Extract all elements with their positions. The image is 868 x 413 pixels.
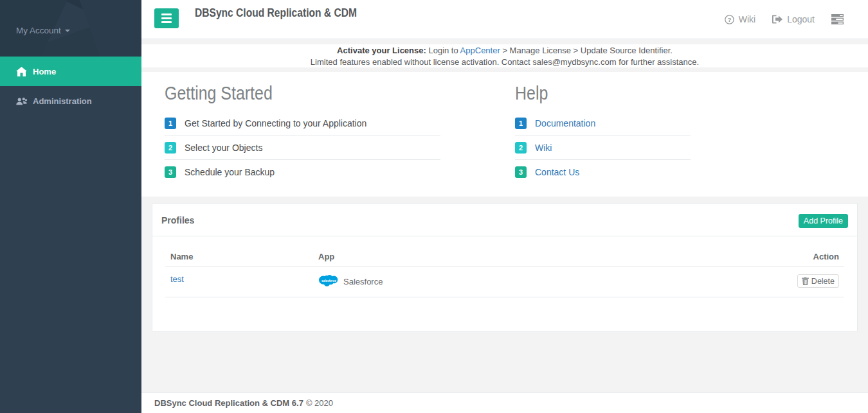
- page-title: DBSync Cloud Replication & CDM: [195, 4, 357, 21]
- salesforce-logo-icon: salesforce: [318, 274, 339, 289]
- profiles-table: Name App Action test salesforce Sales: [165, 245, 844, 297]
- list-item: 3 Contact Us: [515, 160, 691, 184]
- intro-section: Getting Started 1 Get Started by Connect…: [141, 72, 868, 197]
- step-badge: 2: [165, 142, 176, 154]
- help-list: 1 Documentation 2 Wiki 3 Contact Us: [515, 111, 691, 184]
- wiki-link[interactable]: ? Wiki: [725, 14, 755, 24]
- trash-icon: [802, 277, 809, 285]
- step-badge: 1: [515, 118, 527, 129]
- footer-copyright: © 2020: [306, 398, 333, 408]
- app-name: Salesforce: [343, 277, 383, 286]
- home-icon: [16, 67, 27, 76]
- wiki-help-link[interactable]: Wiki: [535, 143, 552, 153]
- profiles-body: Name App Action test salesforce Sales: [152, 236, 857, 297]
- delete-label: Delete: [811, 277, 835, 286]
- list-item: 2 Wiki: [515, 136, 691, 160]
- license-line2: Limited features enabled without license…: [141, 57, 868, 68]
- list-item: 1 Documentation: [515, 111, 691, 136]
- svg-text:salesforce: salesforce: [321, 279, 336, 283]
- sidebar: My Account Home Administration: [0, 0, 141, 413]
- help-title: Help: [515, 84, 791, 102]
- tasks-icon: [831, 14, 844, 24]
- my-account-dropdown[interactable]: My Account: [16, 26, 70, 35]
- list-item: 3 Schedule your Backup: [165, 160, 440, 184]
- step-badge: 2: [515, 142, 527, 154]
- my-account-label: My Account: [16, 26, 61, 35]
- topbar-right: ? Wiki Logout: [725, 0, 844, 39]
- list-item: 1 Get Started by Connecting to your Appl…: [165, 111, 440, 136]
- users-icon: [16, 96, 27, 106]
- table-row: test salesforce Salesforce: [165, 267, 844, 297]
- hamburger-icon: [161, 13, 172, 15]
- svg-text:?: ?: [727, 15, 731, 22]
- profiles-panel: Profiles Add Profile Name App Action tes…: [152, 203, 858, 331]
- step-badge: 3: [165, 166, 176, 178]
- logout-link[interactable]: Logout: [772, 14, 815, 24]
- top-header: DBSync Cloud Replication & CDM ? Wiki Lo…: [141, 0, 868, 39]
- appcenter-link[interactable]: AppCenter: [460, 46, 500, 55]
- contact-us-link[interactable]: Contact Us: [535, 167, 579, 177]
- step-badge: 3: [515, 166, 527, 178]
- sidebar-profile-area: My Account: [0, 0, 141, 57]
- license-banner: Activate your License: Login to AppCente…: [141, 44, 868, 67]
- page-footer: DBSync Cloud Replication & CDM 6.7 © 202…: [141, 392, 868, 413]
- getting-started-panel: Getting Started 1 Get Started by Connect…: [165, 72, 486, 184]
- sidebar-item-label: Administration: [33, 96, 92, 106]
- sign-out-icon: [772, 15, 782, 24]
- question-circle-icon: ?: [725, 15, 734, 24]
- wiki-label: Wiki: [739, 14, 755, 24]
- column-header-name: Name: [165, 245, 313, 267]
- step-label: Select your Objects: [185, 143, 262, 153]
- list-item: 2 Select your Objects: [165, 136, 440, 160]
- profile-name-link[interactable]: test: [170, 274, 184, 284]
- logout-label: Logout: [787, 14, 815, 24]
- profiles-title: Profiles: [161, 215, 194, 225]
- app-cell: salesforce Salesforce: [318, 274, 621, 289]
- step-badge: 1: [165, 118, 176, 129]
- delete-button[interactable]: Delete: [797, 274, 839, 288]
- sidebar-item-administration[interactable]: Administration: [0, 86, 141, 116]
- sidebar-toggle-button[interactable]: [154, 8, 179, 28]
- step-label: Get Started by Connecting to your Applic…: [185, 118, 366, 128]
- step-label: Schedule your Backup: [185, 167, 275, 177]
- caret-down-icon: [65, 30, 70, 32]
- license-line1: Activate your License: Login to AppCente…: [141, 45, 868, 57]
- getting-started-title: Getting Started: [165, 84, 441, 102]
- getting-started-list: 1 Get Started by Connecting to your Appl…: [165, 111, 440, 184]
- column-header-action: Action: [626, 245, 844, 267]
- sidebar-item-label: Home: [33, 67, 56, 76]
- help-panel: Help 1 Documentation 2 Wiki 3 Contact Us: [515, 72, 836, 184]
- documentation-link[interactable]: Documentation: [535, 118, 595, 128]
- tasks-menu-button[interactable]: [831, 14, 844, 24]
- footer-app-version: DBSync Cloud Replication & CDM 6.7: [154, 398, 303, 408]
- profiles-header: Profiles Add Profile: [152, 204, 857, 236]
- add-profile-button[interactable]: Add Profile: [799, 214, 848, 228]
- sidebar-item-home[interactable]: Home: [0, 57, 141, 86]
- column-header-app: App: [313, 245, 626, 267]
